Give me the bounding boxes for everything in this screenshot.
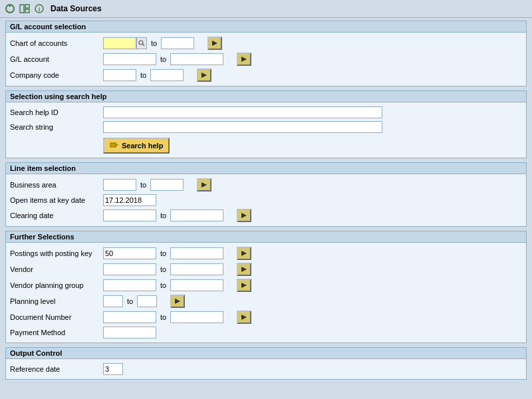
chart-of-accounts-from[interactable] <box>103 37 136 49</box>
output-control-body: Reference date <box>6 359 526 379</box>
main-content: G/L account selection Chart of accounts … <box>0 18 532 397</box>
vendor-from[interactable] <box>103 263 156 275</box>
company-code-label: Company code <box>10 71 103 79</box>
gl-account-to[interactable] <box>170 53 223 65</box>
open-items-date[interactable] <box>103 194 156 206</box>
search-string-input[interactable] <box>103 121 382 133</box>
planning-level-row: Planning level to <box>10 293 522 309</box>
gl-account-header: G/L account selection <box>6 21 526 33</box>
posting-key-to[interactable] <box>170 247 223 259</box>
svg-marker-16 <box>241 267 247 272</box>
info-icon[interactable]: i <box>33 3 45 15</box>
search-help-id-input[interactable] <box>103 106 382 118</box>
posting-key-row: Postings with posting key to <box>10 245 522 261</box>
gl-account-arrow-btn[interactable] <box>237 53 251 66</box>
chart-accounts-search-icon[interactable] <box>136 37 147 49</box>
gl-account-section: G/L account selection Chart of accounts … <box>5 21 527 86</box>
layout-icon[interactable] <box>19 3 31 15</box>
svg-marker-8 <box>212 41 217 46</box>
search-help-body: Search help ID Search string Search he <box>6 102 526 158</box>
svg-point-6 <box>139 41 143 45</box>
gl-account-to-label: to <box>160 55 166 63</box>
planning-level-from[interactable] <box>103 295 123 307</box>
document-number-from[interactable] <box>103 311 156 323</box>
svg-line-7 <box>143 45 145 47</box>
output-control-header: Output Control <box>6 348 526 359</box>
reference-date-row: Reference date <box>10 362 522 376</box>
svg-marker-14 <box>241 213 247 218</box>
business-area-from[interactable] <box>103 179 136 191</box>
clearing-date-arrow-btn[interactable] <box>237 209 251 222</box>
vendor-arrow-btn[interactable] <box>237 263 251 276</box>
line-item-header: Line item selection <box>6 163 526 174</box>
svg-marker-15 <box>241 251 247 256</box>
vendor-planning-group-from[interactable] <box>103 279 156 291</box>
business-area-arrow-btn[interactable] <box>197 178 211 192</box>
vendor-planning-group-row: Vendor planning group to <box>10 277 522 293</box>
business-area-label: Business area <box>10 181 103 189</box>
document-number-arrow-btn[interactable] <box>237 311 251 324</box>
business-area-to[interactable] <box>150 179 184 191</box>
svg-marker-10 <box>201 72 207 78</box>
further-selections-header: Further Selections <box>6 231 526 243</box>
business-area-row: Business area to <box>10 177 522 193</box>
search-string-label: Search string <box>10 123 103 131</box>
search-help-id-row: Search help ID <box>10 105 522 120</box>
company-code-to-label: to <box>140 71 146 79</box>
svg-marker-12 <box>116 144 118 146</box>
refresh-icon[interactable] <box>4 3 16 15</box>
posting-key-arrow-btn[interactable] <box>237 247 251 260</box>
line-item-body: Business area to Open items at key date … <box>6 174 526 226</box>
search-help-btn-label: Search help <box>122 142 163 150</box>
clearing-date-to[interactable] <box>170 209 223 221</box>
svg-marker-17 <box>241 283 247 288</box>
planning-level-arrow-btn[interactable] <box>170 295 185 308</box>
page-title: Data Sources <box>51 4 102 13</box>
open-items-label: Open items at key date <box>10 196 103 204</box>
svg-marker-9 <box>241 57 247 62</box>
gl-account-body: Chart of accounts to <box>6 33 526 86</box>
search-help-button[interactable]: Search help <box>103 138 170 154</box>
clearing-date-from[interactable] <box>103 209 156 221</box>
posting-key-from[interactable] <box>103 247 156 259</box>
vendor-planning-group-label: Vendor planning group <box>10 281 103 289</box>
reference-date-label: Reference date <box>10 365 103 373</box>
reference-date-input[interactable] <box>103 363 123 375</box>
vendor-to[interactable] <box>170 263 223 275</box>
line-item-section: Line item selection Business area to Ope… <box>5 162 527 227</box>
chart-accounts-to-label: to <box>151 39 157 47</box>
chart-of-accounts-row: Chart of accounts to <box>10 35 522 51</box>
posting-key-label: Postings with posting key <box>10 249 103 257</box>
further-selections-body: Postings with posting key to Vendor to <box>6 243 526 342</box>
company-code-from[interactable] <box>103 69 136 81</box>
gl-account-from[interactable] <box>103 53 156 65</box>
search-help-id-label: Search help ID <box>10 108 103 116</box>
vendor-planning-group-to[interactable] <box>170 279 223 291</box>
search-help-header: Selection using search help <box>6 91 526 102</box>
gl-account-label: G/L account <box>10 55 103 63</box>
payment-method-from[interactable] <box>103 327 156 338</box>
vendor-planning-group-arrow-btn[interactable] <box>237 279 251 292</box>
company-code-arrow-btn[interactable] <box>197 68 211 82</box>
search-help-section: Selection using search help Search help … <box>5 90 527 158</box>
planning-level-label: Planning level <box>10 297 103 305</box>
planning-level-to[interactable] <box>137 295 157 307</box>
svg-rect-2 <box>25 5 29 8</box>
search-help-btn-row: Search help <box>10 134 522 155</box>
vendor-label: Vendor <box>10 265 103 273</box>
company-code-to[interactable] <box>150 69 184 81</box>
company-code-row: Company code to <box>10 67 522 83</box>
further-selections-section: Further Selections Postings with posting… <box>5 231 527 343</box>
gl-account-row: G/L account to <box>10 51 522 67</box>
svg-rect-3 <box>25 9 29 13</box>
svg-rect-1 <box>20 5 24 13</box>
chart-accounts-arrow-btn[interactable] <box>207 37 222 50</box>
output-control-section: Output Control Reference date <box>5 347 527 380</box>
svg-text:i: i <box>39 6 41 13</box>
document-number-label: Document Number <box>10 313 103 321</box>
svg-marker-13 <box>201 182 207 188</box>
document-number-to[interactable] <box>170 311 223 323</box>
chart-of-accounts-to[interactable] <box>161 37 194 49</box>
open-items-row: Open items at key date <box>10 193 522 207</box>
vendor-row: Vendor to <box>10 261 522 277</box>
